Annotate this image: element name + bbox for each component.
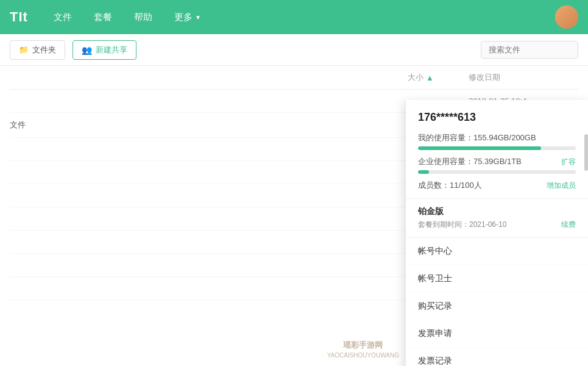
- member-row: 成员数：11/100人 增加成员: [418, 180, 576, 191]
- top-nav: TIt 文件 套餐 帮助 更多 ▼: [0, 0, 588, 34]
- search-input[interactable]: [481, 41, 578, 59]
- my-storage-progress-bg: [418, 146, 576, 150]
- menu-item-purchase-records[interactable]: 购买记录: [406, 293, 588, 320]
- my-storage-label: 我的使用容量：155.94GB/200GB: [418, 132, 576, 143]
- file-table-header: 大小 ▲ 修改日期: [10, 66, 578, 90]
- share-icon: 👥: [82, 45, 92, 55]
- toolbar: 📁 文件夹 👥 新建共享: [0, 34, 588, 66]
- menu-item-account-center[interactable]: 帐号中心: [406, 238, 588, 265]
- menu-item-invoice-records[interactable]: 发票记录: [406, 348, 588, 366]
- col-header-date: 修改日期: [469, 72, 578, 83]
- sort-arrow-icon: ▲: [426, 73, 434, 82]
- dropdown-panel: 176*****613 我的使用容量：155.94GB/200GB 企业使用容量…: [405, 100, 588, 366]
- add-member-button[interactable]: 增加成员: [547, 181, 576, 191]
- nav-item-file[interactable]: 文件: [43, 0, 83, 34]
- avatar[interactable]: [555, 5, 578, 29]
- folder-icon: 📁: [19, 45, 29, 54]
- dropdown-header: 176*****613 我的使用容量：155.94GB/200GB 企业使用容量…: [406, 100, 588, 199]
- col-header-size[interactable]: 大小 ▲: [408, 72, 469, 83]
- plan-section: 铂金版 套餐到期时间：2021-06-10 续费: [406, 199, 588, 238]
- renew-button[interactable]: 续费: [561, 220, 576, 230]
- col-header-name: [10, 72, 408, 83]
- enterprise-storage-progress-fill: [418, 170, 429, 174]
- main-content: 大小 ▲ 修改日期 2018-01-25 18:4 文件 2017-10-18 …: [0, 66, 588, 366]
- enterprise-storage-row: 企业使用容量：75.39GB/1TB 扩容: [418, 156, 576, 174]
- my-storage-progress-fill: [418, 146, 541, 150]
- user-phone: 176*****613: [418, 111, 576, 124]
- my-storage-row: 我的使用容量：155.94GB/200GB: [418, 132, 576, 150]
- logo: TIt: [10, 9, 28, 25]
- member-count-label: 成员数：11/100人: [418, 180, 482, 191]
- nav-items: 文件 套餐 帮助 更多 ▼: [43, 0, 212, 34]
- plan-name: 铂金版: [418, 206, 576, 217]
- enterprise-storage-progress-bg: [418, 170, 576, 174]
- nav-item-plan[interactable]: 套餐: [83, 0, 123, 34]
- avatar-image: [555, 5, 578, 29]
- nav-item-more[interactable]: 更多 ▼: [163, 0, 212, 34]
- file-name: 文件: [10, 120, 408, 131]
- nav-item-help[interactable]: 帮助: [123, 0, 163, 34]
- plan-expire: 套餐到期时间：2021-06-10 续费: [418, 220, 576, 230]
- folder-button[interactable]: 📁 文件夹: [10, 40, 65, 60]
- menu-item-account-guard[interactable]: 帐号卫士: [406, 265, 588, 293]
- chevron-down-icon: ▼: [195, 14, 201, 21]
- menu-item-invoice-apply[interactable]: 发票申请: [406, 320, 588, 348]
- expand-button[interactable]: 扩容: [561, 157, 576, 167]
- scrollbar[interactable]: [584, 134, 588, 171]
- enterprise-storage-label: 企业使用容量：75.39GB/1TB 扩容: [418, 156, 576, 167]
- menu-items: 帐号中心 帐号卫士 购买记录 发票申请 发票记录 历史文件 查见反馈 退出云: [406, 238, 588, 366]
- new-share-button[interactable]: 👥 新建共享: [73, 40, 136, 60]
